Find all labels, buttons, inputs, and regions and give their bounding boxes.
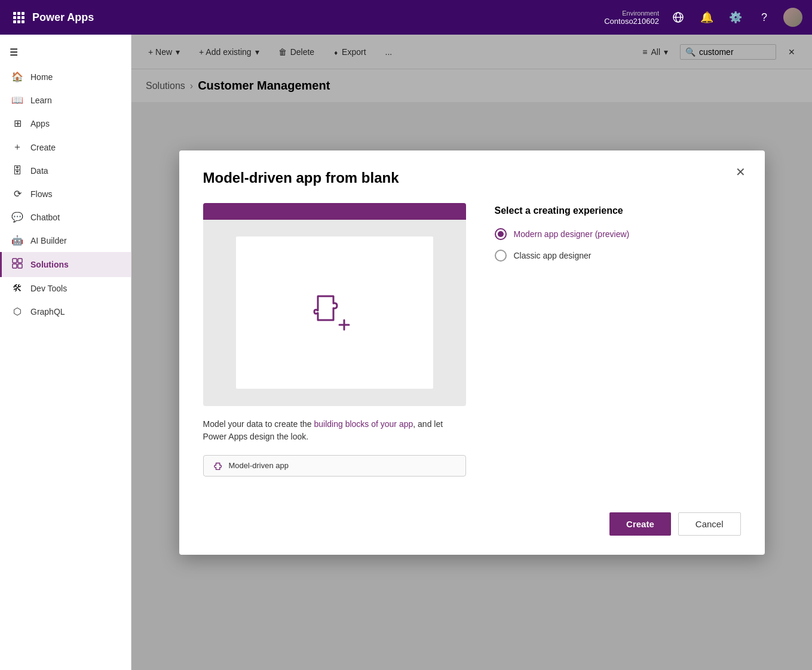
sidebar-item-solutions[interactable]: Solutions — [0, 252, 131, 277]
svg-rect-14 — [13, 264, 17, 268]
chatbot-icon: 💬 — [11, 211, 23, 223]
graphql-icon: ⬡ — [11, 306, 23, 317]
modal-body: Model your data to create the building b… — [203, 203, 741, 477]
preview-content-area — [236, 236, 433, 389]
badge-label: Model-driven app — [229, 461, 289, 470]
sidebar-item-solutions-label: Solutions — [30, 260, 69, 269]
sidebar-item-flows-label: Flows — [30, 189, 53, 199]
modal-dialog: ✕ Model-driven app from blank — [179, 150, 765, 555]
modal-overlay: ✕ Model-driven app from blank — [131, 35, 812, 670]
modal-close-button[interactable]: ✕ — [731, 162, 750, 182]
content-area: + New ▾ + Add existing ▾ 🗑 Delete ⬧ Expo… — [131, 35, 812, 670]
sidebar-item-learn-label: Learn — [30, 96, 52, 105]
environment-info: Environment Contoso210602 — [604, 10, 659, 26]
flows-icon: ⟳ — [11, 188, 23, 199]
description-text: Model your data to create the — [203, 419, 314, 429]
sidebar-item-chatbot-label: Chatbot — [30, 213, 60, 222]
sidebar-item-graphql[interactable]: ⬡ GraphQL — [0, 300, 131, 323]
sidebar-collapse-button[interactable]: ☰ — [0, 39, 131, 65]
create-icon: ＋ — [11, 141, 23, 153]
sidebar-item-apps[interactable]: ⊞ Apps — [0, 112, 131, 135]
modal-preview-image — [203, 203, 466, 406]
svg-rect-6 — [13, 20, 16, 23]
classic-radio-button[interactable] — [495, 250, 507, 262]
environment-icon[interactable] — [669, 8, 688, 27]
sidebar-item-devtools[interactable]: 🛠 Dev Tools — [0, 277, 131, 300]
waffle-menu-icon[interactable] — [10, 11, 27, 23]
sidebar-item-apps-label: Apps — [30, 119, 50, 128]
main-layout: ☰ 🏠 Home 📖 Learn ⊞ Apps ＋ Create 🗄 Data … — [0, 35, 812, 670]
svg-rect-5 — [22, 16, 24, 19]
badge-icon — [213, 460, 224, 471]
user-avatar[interactable] — [783, 8, 802, 27]
apps-icon: ⊞ — [11, 118, 23, 129]
svg-rect-7 — [17, 20, 20, 23]
modal-footer: Create Cancel — [203, 500, 741, 536]
sidebar-item-aibuilder[interactable]: 🤖 AI Builder — [0, 229, 131, 252]
sidebar-item-flows[interactable]: ⟳ Flows — [0, 182, 131, 205]
modal-description: Model your data to create the building b… — [203, 418, 466, 443]
help-icon[interactable]: ? — [755, 8, 774, 27]
svg-rect-12 — [13, 259, 17, 263]
modal-title: Model-driven app from blank — [203, 170, 741, 186]
classic-app-designer-option[interactable]: Classic app designer — [495, 250, 741, 262]
modern-radio-label: Modern app designer (preview) — [514, 229, 630, 239]
sidebar-item-create-label: Create — [30, 143, 56, 152]
description-highlight: building blocks of your app — [314, 419, 413, 429]
svg-rect-13 — [18, 259, 22, 263]
modal-right-panel: Select a creating experience Modern app … — [495, 203, 741, 477]
svg-rect-4 — [17, 16, 20, 19]
sidebar-item-devtools-label: Dev Tools — [30, 284, 67, 293]
sidebar-item-data-label: Data — [30, 166, 48, 176]
classic-radio-label: Classic app designer — [514, 251, 592, 260]
sidebar-item-aibuilder-label: AI Builder — [30, 236, 67, 245]
sidebar: ☰ 🏠 Home 📖 Learn ⊞ Apps ＋ Create 🗄 Data … — [0, 35, 131, 670]
modal-left-panel: Model your data to create the building b… — [203, 203, 466, 477]
svg-rect-3 — [13, 16, 16, 19]
puzzle-icon — [311, 289, 358, 337]
learn-icon: 📖 — [11, 94, 23, 106]
create-button[interactable]: Create — [609, 512, 671, 536]
sidebar-item-data[interactable]: 🗄 Data — [0, 159, 131, 182]
environment-name: Contoso210602 — [604, 17, 659, 26]
sidebar-item-graphql-label: GraphQL — [30, 307, 65, 316]
solutions-icon — [11, 258, 23, 271]
svg-rect-0 — [13, 12, 16, 15]
sidebar-item-create[interactable]: ＋ Create — [0, 135, 131, 159]
notification-icon[interactable]: 🔔 — [697, 8, 716, 27]
svg-rect-2 — [22, 12, 24, 15]
svg-rect-1 — [17, 12, 20, 15]
sidebar-item-home-label: Home — [30, 72, 53, 82]
svg-rect-15 — [18, 264, 22, 268]
sidebar-item-home[interactable]: 🏠 Home — [0, 65, 131, 88]
environment-label: Environment — [604, 10, 659, 17]
preview-header-bar — [203, 203, 466, 220]
modern-app-designer-option[interactable]: Modern app designer (preview) — [495, 228, 741, 240]
select-experience-title: Select a creating experience — [495, 205, 741, 216]
model-driven-badge[interactable]: Model-driven app — [203, 455, 466, 477]
devtools-icon: 🛠 — [11, 283, 23, 294]
sidebar-item-chatbot[interactable]: 💬 Chatbot — [0, 205, 131, 229]
cancel-button[interactable]: Cancel — [678, 512, 741, 536]
home-icon: 🏠 — [11, 71, 23, 82]
sidebar-item-learn[interactable]: 📖 Learn — [0, 88, 131, 112]
aibuilder-icon: 🤖 — [11, 235, 23, 246]
top-navigation: Power Apps Environment Contoso210602 🔔 ⚙… — [0, 0, 812, 35]
app-title: Power Apps — [32, 11, 604, 24]
svg-rect-8 — [22, 20, 24, 23]
data-icon: 🗄 — [11, 165, 23, 176]
settings-icon[interactable]: ⚙️ — [726, 8, 745, 27]
modern-radio-button[interactable] — [495, 228, 507, 240]
